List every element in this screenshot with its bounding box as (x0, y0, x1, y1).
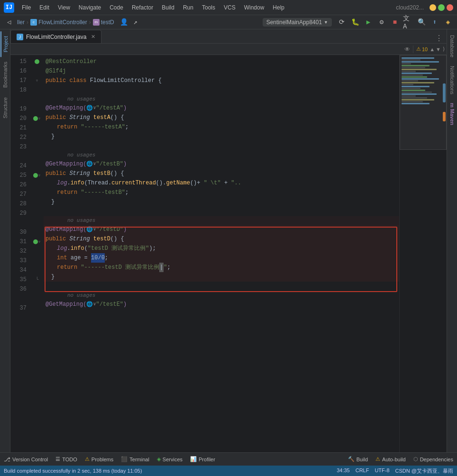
code-line-28: } (44, 197, 399, 207)
sidebar-project-tab[interactable]: Project (0, 31, 10, 57)
run-config-label: SentinelMainApp8401 (266, 19, 322, 26)
auto-build-label: Auto-build (382, 457, 406, 462)
terminal-tab[interactable]: ⬛ Terminal (121, 456, 149, 462)
code-line-35: } (44, 272, 399, 282)
code-line-20: public String testA () { (44, 113, 399, 122)
eye-icon[interactable]: 👁 (404, 46, 410, 53)
debug-button[interactable]: 🐛 (350, 17, 360, 27)
breadcrumb-project[interactable]: ller (17, 19, 25, 26)
database-panel-tab[interactable]: Database (448, 31, 457, 61)
gutter-line-27 (30, 190, 44, 199)
warning-expand[interactable]: ⟩ (443, 46, 445, 52)
menu-refactor[interactable]: Refactor (128, 3, 157, 12)
code-line-34: return "------testD 测试异常比例 | " ; (44, 263, 399, 272)
menu-window[interactable]: Window (240, 3, 268, 12)
gutter-line-37 (30, 303, 44, 313)
editor-tab-flowlimitcontroller[interactable]: J FlowLimitController.java ✕ (10, 30, 101, 43)
menu-view[interactable]: View (54, 3, 74, 12)
search-button[interactable]: 🔍 (416, 17, 427, 27)
gutter-line-16 (30, 66, 44, 76)
minimap-viewport[interactable] (400, 55, 447, 150)
warning-count: 10 (422, 46, 428, 52)
run-configuration[interactable]: SentinelMainApp8401 ▼ (263, 18, 332, 27)
minimize-button[interactable] (430, 4, 436, 11)
code-line-26: log . info (Thread. currentThread (). ge… (44, 178, 399, 188)
menu-navigate[interactable]: Navigate (75, 3, 105, 12)
version-control-tab[interactable]: ⎇ Version Control (4, 456, 48, 463)
menu-tools[interactable]: Tools (198, 3, 219, 12)
menu-run[interactable]: Run (179, 3, 197, 12)
navigation-bar: ◁ ller › c FlowLimitController › m testD… (0, 15, 457, 29)
gutter: ▿ ▿ (30, 55, 44, 452)
close-button[interactable] (447, 4, 453, 11)
breadcrumb-method[interactable]: testD (101, 19, 114, 26)
fold-icon-31[interactable]: ▿ (38, 239, 41, 245)
warning-chevron-down[interactable]: ▼ (436, 46, 441, 52)
warning-chevron[interactable]: ▲ (430, 46, 435, 52)
gutter-line-33 (30, 256, 44, 265)
notifications-panel-tab[interactable]: Notifications (448, 62, 457, 98)
code-line-16: @Slf4j (44, 66, 399, 76)
breadcrumb-class[interactable]: FlowLimitController (38, 19, 87, 26)
menu-help[interactable]: Help (269, 3, 288, 12)
status-build-message: Build completed successfully in 2 sec, 1… (4, 468, 337, 474)
gutter-line-21 (30, 123, 44, 133)
plugin-button[interactable]: ◈ (443, 17, 453, 27)
sidebar-structure-tab[interactable]: Structure (1, 92, 9, 123)
fold-icon-20[interactable]: ▿ (38, 116, 41, 121)
menu-build[interactable]: Build (158, 3, 178, 12)
gutter-line-17: ▿ (30, 76, 44, 85)
menu-edit[interactable]: Edit (36, 3, 53, 12)
code-line-24: @GetMapping(🌐∨"/testB") (44, 159, 399, 169)
terminal-label: Terminal (129, 457, 149, 462)
fold-icon-17[interactable]: ▿ (36, 78, 38, 83)
problems-tab[interactable]: ⚠ Problems (85, 456, 113, 462)
gutter-hint-2 (30, 152, 44, 161)
dependencies-tab[interactable]: ⬡ Dependencies (413, 456, 453, 462)
stop-button[interactable]: ■ (390, 17, 400, 27)
status-line-endings: UTF-8 (375, 467, 389, 475)
profiler-icon: 📊 (190, 456, 197, 462)
code-line-19: @GetMapping(🌐∨"/testA") (44, 103, 399, 113)
menu-code[interactable]: Code (106, 3, 127, 12)
tab-menu-button[interactable]: ⋮ (431, 34, 447, 43)
right-panel: Database Notifications m Maven (447, 29, 457, 452)
run-config-chevron: ▼ (324, 20, 328, 25)
menu-vcs[interactable]: VCS (220, 3, 239, 12)
run-button[interactable]: ▶ (363, 17, 374, 27)
nav-arrow-button[interactable]: ↗ (130, 17, 141, 27)
minimap[interactable] (399, 55, 447, 452)
code-content[interactable]: @RestController @Slf4j public class Flow… (44, 55, 399, 452)
menu-bar: File Edit View Navigate Code Refactor Bu… (18, 3, 390, 12)
todo-tab[interactable]: ☰ TODO (55, 456, 77, 462)
update-button[interactable]: ⬆ (430, 17, 440, 27)
nav-back-button[interactable]: ◁ (4, 17, 14, 27)
more-run-button[interactable]: ⚙ (376, 17, 387, 27)
status-user: CSDN @艾卡西亚、暴雨 (395, 467, 453, 475)
code-line-17: public class FlowLimitController { (44, 76, 399, 85)
nav-user-button[interactable]: 👤 (119, 17, 129, 27)
tab-close-button[interactable]: ✕ (91, 34, 95, 40)
code-editor[interactable]: 15 16 17 18 19 20 21 22 23 24 25 26 27 2… (10, 55, 447, 452)
refresh-button[interactable]: ⟳ (337, 17, 347, 27)
status-bar: Build completed successfully in 2 sec, 1… (0, 466, 457, 476)
window-title: cloud202... (396, 4, 424, 11)
auto-build-tab[interactable]: ⚠ Auto-build (375, 456, 406, 462)
warning-icon: ⚠ (416, 46, 421, 52)
services-tab[interactable]: ◈ Services (157, 456, 183, 462)
fold-icon-25[interactable]: ▿ (38, 173, 41, 178)
menu-file[interactable]: File (18, 3, 35, 12)
sidebar-bookmarks-tab[interactable]: Bookmarks (1, 57, 9, 92)
build-status-text: Build completed successfully in 2 sec, 1… (4, 468, 142, 474)
status-right: 34:35 CRLF UTF-8 CSDN @艾卡西亚、暴雨 (337, 467, 453, 475)
code-line-29 (44, 207, 399, 216)
gutter-line-20: ▿ (30, 114, 44, 123)
editor-warning-bar: 👁 ⚠ 10 ▲ ▼ ⟩ (10, 44, 447, 55)
maven-panel-tab[interactable]: m Maven (448, 99, 457, 129)
maximize-button[interactable] (438, 4, 445, 11)
build-tab[interactable]: 🔨 Build (348, 456, 368, 462)
gutter-line-19 (30, 104, 44, 114)
profiler-label: Profiler (199, 457, 215, 462)
translate-button[interactable]: 文A (403, 17, 413, 27)
profiler-tab[interactable]: 📊 Profiler (190, 456, 215, 462)
